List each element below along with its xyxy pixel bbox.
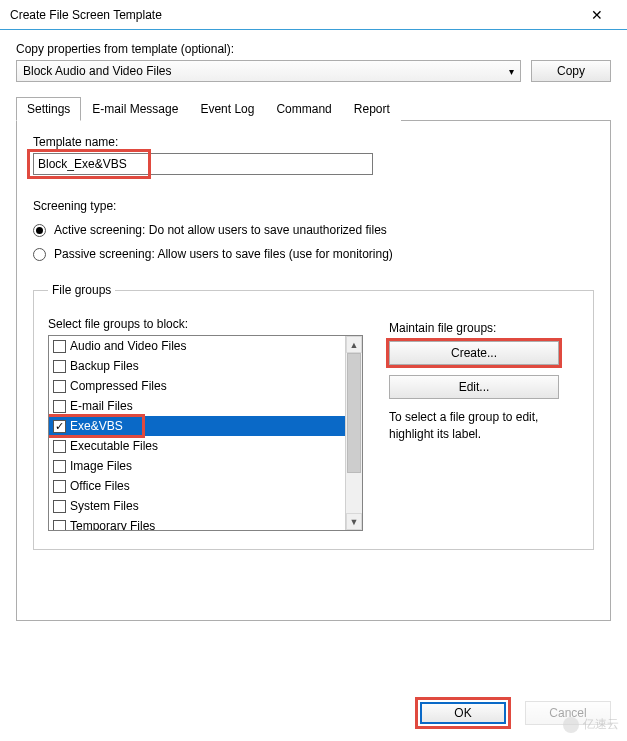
file-groups-legend: File groups [48,283,115,297]
list-items: Audio and Video Files Backup Files Compr… [49,336,345,530]
create-button[interactable]: Create... [389,341,559,365]
scroll-down-icon[interactable]: ▼ [346,513,362,530]
scroll-track[interactable] [346,353,362,513]
file-groups-listbox[interactable]: Audio and Video Files Backup Files Compr… [48,335,363,531]
copy-button[interactable]: Copy [531,60,611,82]
list-item[interactable]: Office Files [49,476,345,496]
tab-email-message[interactable]: E-mail Message [81,97,189,121]
template-name-label: Template name: [33,135,594,149]
checkbox[interactable] [53,340,66,353]
checkbox[interactable] [53,460,66,473]
list-item-label: Compressed Files [70,379,167,393]
combo-selected-text: Block Audio and Video Files [23,64,509,78]
screening-type-label: Screening type: [33,199,594,213]
checkbox[interactable] [53,380,66,393]
list-item[interactable]: Image Files [49,456,345,476]
maintain-label: Maintain file groups: [389,321,579,335]
highlight-box: OK [415,697,511,729]
radio-passive-screening[interactable] [33,248,46,261]
template-source-combo[interactable]: Block Audio and Video Files ▾ [16,60,521,82]
chevron-down-icon: ▾ [509,66,514,77]
dialog-content: Copy properties from template (optional)… [0,30,627,633]
radio-passive-label: Passive screening: Allow users to save f… [54,247,393,261]
watermark: 亿速云 [563,716,619,733]
titlebar: Create File Screen Template ✕ [0,0,627,30]
checkbox[interactable] [53,520,66,531]
list-item[interactable]: Compressed Files [49,376,345,396]
list-item[interactable]: System Files [49,496,345,516]
select-file-groups-label: Select file groups to block: [48,317,363,331]
checkbox[interactable] [53,480,66,493]
list-item-label: Office Files [70,479,130,493]
edit-button[interactable]: Edit... [389,375,559,399]
radio-active-screening[interactable] [33,224,46,237]
close-button[interactable]: ✕ [577,0,617,30]
scroll-thumb[interactable] [347,353,361,473]
list-item-label: E-mail Files [70,399,133,413]
tab-event-log[interactable]: Event Log [189,97,265,121]
window-title: Create File Screen Template [10,8,577,22]
tab-report[interactable]: Report [343,97,401,121]
tab-command[interactable]: Command [265,97,342,121]
list-item[interactable]: Executable Files [49,436,345,456]
list-item-label: Audio and Video Files [70,339,187,353]
tab-settings[interactable]: Settings [16,97,81,121]
checkbox[interactable] [53,400,66,413]
file-groups-fieldset: File groups Select file groups to block:… [33,283,594,550]
watermark-icon [563,717,579,733]
checkbox[interactable] [53,440,66,453]
list-item[interactable]: Temporary Files [49,516,345,530]
tabs: Settings E-mail Message Event Log Comman… [16,96,611,121]
ok-button[interactable]: OK [420,702,506,724]
template-name-input[interactable] [33,153,373,175]
list-item-label: Executable Files [70,439,158,453]
list-item-label: Exe&VBS [70,419,123,433]
list-item-label: Backup Files [70,359,139,373]
radio-active-label: Active screening: Do not allow users to … [54,223,387,237]
list-item-label: Image Files [70,459,132,473]
checkbox[interactable] [53,420,66,433]
copy-label: Copy properties from template (optional)… [16,42,611,56]
list-item[interactable]: Backup Files [49,356,345,376]
list-item-label: System Files [70,499,139,513]
scroll-up-icon[interactable]: ▲ [346,336,362,353]
list-item[interactable]: Exe&VBS [49,416,345,436]
list-item[interactable]: E-mail Files [49,396,345,416]
checkbox[interactable] [53,360,66,373]
settings-panel: Template name: Screening type: Active sc… [16,121,611,621]
list-item-label: Temporary Files [70,519,155,530]
scrollbar[interactable]: ▲ ▼ [345,336,362,530]
list-item[interactable]: Audio and Video Files [49,336,345,356]
checkbox[interactable] [53,500,66,513]
watermark-text: 亿速云 [583,716,619,733]
hint-text: To select a file group to edit, highligh… [389,409,579,443]
